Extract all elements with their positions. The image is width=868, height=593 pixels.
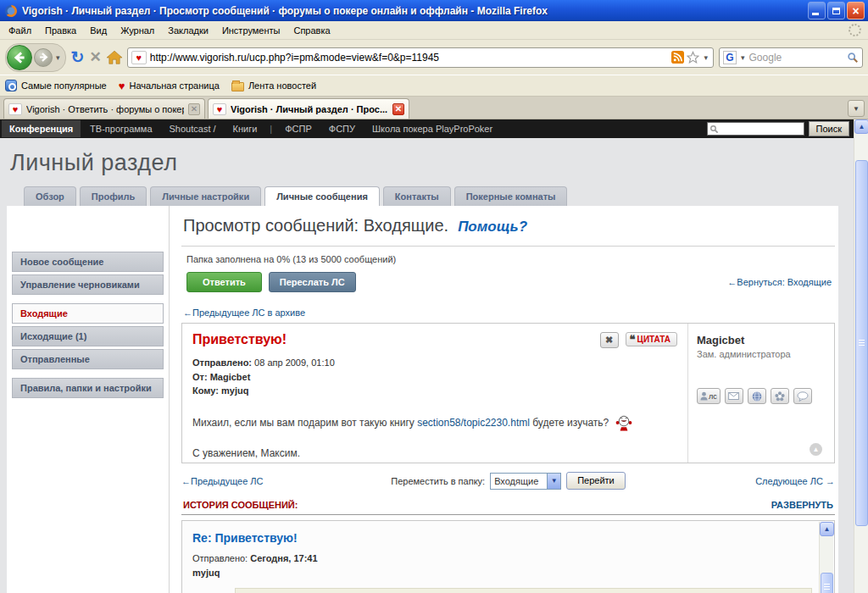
reply-button[interactable]: Ответить: [186, 272, 262, 292]
scroll-up-icon[interactable]: ▲: [820, 522, 834, 536]
sidebar-item-drafts[interactable]: Управление черновиками: [12, 274, 164, 295]
folder-status-area: Папка заполнена на 0% (13 из 5000 сообще…: [181, 246, 835, 299]
forum-nav-poker-school[interactable]: Школа покера PlayProPoker: [364, 120, 500, 137]
browser-scrollbar[interactable]: ▲: [854, 119, 868, 593]
address-bar[interactable]: ♥ http://www.vigorish.ru/ucp.php?i=pm&mo…: [127, 47, 714, 68]
history-message-title[interactable]: Re: Приветствую!: [192, 531, 298, 545]
go-button[interactable]: Перейти: [566, 472, 626, 490]
tab-preferences[interactable]: Личные настройки: [150, 186, 261, 206]
menu-view[interactable]: Вид: [83, 23, 114, 38]
tab-poker-rooms[interactable]: Покерные комнаты: [454, 186, 568, 206]
icq-button[interactable]: [771, 388, 789, 404]
folder-status: Папка заполнена на 0% (13 из 5000 сообще…: [186, 254, 832, 264]
rss-icon[interactable]: [671, 51, 684, 64]
help-link[interactable]: Помощь?: [458, 219, 527, 235]
menu-file[interactable]: Файл: [2, 23, 38, 38]
return-inbox-link[interactable]: ←Вернуться: Входящие: [727, 277, 832, 287]
magnifier-icon: [709, 125, 719, 134]
next-pm-link[interactable]: Следующее ЛС →: [755, 476, 835, 486]
bookmark-home-page[interactable]: ♥ Начальная страница: [119, 80, 220, 92]
prev-pm-link[interactable]: ←Предыдущее ЛС: [181, 476, 264, 486]
forum-nav-conference[interactable]: Конференция: [2, 120, 81, 137]
sidebar-item-rules-folders[interactable]: Правила, папки и настройки: [12, 378, 164, 398]
navigation-toolbar: ▾ ↻ ✕ ♥ http://www.vigorish.ru/ucp.php?i…: [0, 40, 868, 75]
history-dropdown-caret[interactable]: ▾: [54, 53, 62, 62]
forum-nav-tv[interactable]: ТВ-программа: [82, 120, 159, 137]
menu-help[interactable]: Справка: [287, 23, 337, 38]
menu-tools[interactable]: Инструменты: [215, 23, 287, 38]
forward-button[interactable]: Переслать ЛС: [269, 272, 356, 292]
tab-profile[interactable]: Профиль: [80, 186, 147, 206]
prev-pm-archive-link[interactable]: ←Предыдущее ЛС в архиве: [183, 308, 305, 318]
feed-folder-icon: [231, 82, 244, 91]
ucp-tabs: Обзор Профиль Личные настройки Личные со…: [10, 176, 854, 206]
tab-close-icon[interactable]: ✕: [188, 103, 200, 115]
tab-list-dropdown[interactable]: ▼: [848, 100, 865, 117]
back-button[interactable]: [7, 45, 32, 70]
heart-icon: ♥: [119, 80, 125, 92]
browser-tab-private-messages[interactable]: ♥ Vigorish · Личный раздел · Прос... ✕: [208, 98, 409, 119]
forum-search-input[interactable]: [707, 122, 804, 136]
close-button[interactable]: ×: [847, 2, 865, 19]
website-button[interactable]: [748, 388, 766, 404]
restore-button[interactable]: [827, 2, 845, 19]
scrollbar-thumb[interactable]: [821, 573, 833, 593]
email-button[interactable]: [725, 388, 743, 404]
quote-mark-icon: ❝: [630, 336, 636, 343]
scrollbar-thumb[interactable]: [855, 160, 868, 526]
book-topic-link[interactable]: section58/topic2230.html: [417, 417, 530, 429]
forum-nav-fspu[interactable]: ФСПУ: [321, 120, 363, 137]
menu-history[interactable]: Журнал: [114, 23, 161, 38]
forward-button[interactable]: [34, 48, 53, 67]
tab-close-icon[interactable]: ✕: [392, 103, 404, 115]
jabber-button[interactable]: [793, 388, 812, 404]
search-engine-caret[interactable]: ▾: [739, 53, 747, 62]
expand-history-link[interactable]: РАЗВЕРНУТЬ: [771, 500, 833, 510]
bookmark-most-popular[interactable]: Самые популярные: [5, 80, 107, 91]
bookmark-news-feed[interactable]: Лента новостей: [231, 80, 316, 91]
tab-strip: ♥ Vigorish · Ответить · форумы о покер..…: [0, 97, 868, 119]
bookmark-star-icon[interactable]: [687, 51, 699, 64]
tab-contacts[interactable]: Контакты: [383, 186, 451, 206]
history-scrollbar[interactable]: ▲: [819, 522, 833, 593]
menu-bookmarks[interactable]: Закладки: [161, 23, 215, 38]
home-button[interactable]: [107, 51, 122, 64]
quoted-message: ❝ Magicbet: Первый раз подарили книгу во…: [235, 588, 812, 593]
section-heading: Просмотр сообщений: Входящие.: [183, 216, 448, 235]
sidebar-item-new-message[interactable]: Новое сообщение: [12, 252, 164, 272]
sender-name: Magicbet: [210, 372, 251, 382]
magnifier-icon[interactable]: [847, 52, 859, 64]
stop-button[interactable]: ✕: [89, 50, 101, 64]
folder-select[interactable]: Входящие ▼: [490, 473, 561, 490]
pm-profile-button[interactable]: лс: [697, 388, 721, 404]
forum-search-button[interactable]: Поиск: [809, 121, 849, 136]
browser-tab-reply[interactable]: ♥ Vigorish · Ответить · форумы о покер..…: [3, 98, 205, 119]
menu-edit[interactable]: Правка: [38, 23, 83, 38]
web-search-box[interactable]: G ▾ Google: [719, 47, 863, 68]
scroll-to-top-button[interactable]: ▲: [810, 443, 822, 456]
delete-message-button[interactable]: ✖: [600, 332, 619, 348]
message-meta: Отправлено: 08 апр 2009, 01:10 От: Magic…: [192, 356, 677, 398]
sidebar-item-inbox[interactable]: Входящие: [12, 303, 164, 324]
author-name[interactable]: Magicbet: [697, 334, 826, 346]
sidebar-item-sent[interactable]: Отправленные: [12, 349, 164, 369]
forum-page: Личный раздел Обзор Профиль Личные настр…: [0, 138, 854, 593]
url-text[interactable]: http://www.vigorish.ru/ucp.php?i=pm&mode…: [150, 52, 669, 64]
page-title: Личный раздел: [10, 150, 854, 176]
forum-nav-fspr[interactable]: ФСПР: [277, 120, 320, 137]
quote-button[interactable]: ❝ ЦИТАТА: [626, 332, 677, 346]
minimize-button[interactable]: [808, 2, 826, 19]
person-icon: [700, 391, 708, 401]
scroll-up-icon[interactable]: ▲: [854, 119, 868, 134]
firefox-icon: [4, 4, 18, 18]
forum-nav-shoutcast[interactable]: Shoutcast /: [162, 120, 224, 137]
forum-nav-books[interactable]: Книги: [225, 120, 265, 137]
reload-button[interactable]: ↻: [71, 49, 85, 65]
tab-overview[interactable]: Обзор: [24, 186, 76, 206]
tab-private-messages[interactable]: Личные сообщения: [264, 186, 380, 206]
address-dropdown-caret[interactable]: ▾: [702, 53, 709, 62]
message-nav-row: ←Предыдущее ЛС Переместить в папку: Вход…: [181, 472, 835, 490]
history-meta: Отправлено: Сегодня, 17:41 myjuq: [192, 551, 812, 579]
window-title: Vigorish · Личный раздел · Просмотр сооб…: [22, 5, 808, 17]
sidebar-item-outbox[interactable]: Исходящие (1): [12, 326, 164, 346]
